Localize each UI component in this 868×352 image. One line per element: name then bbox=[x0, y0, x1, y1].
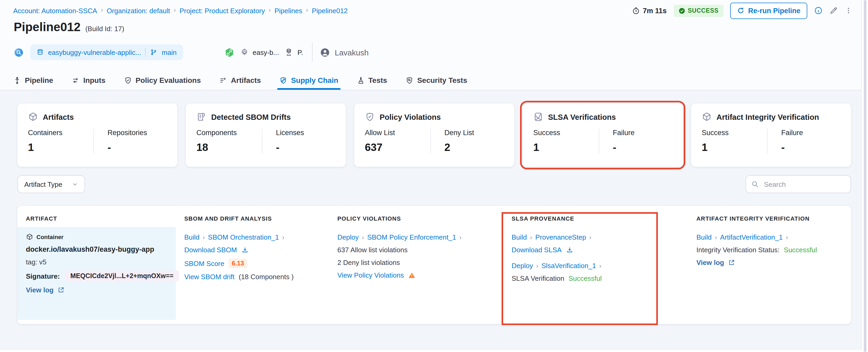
tab-label: Artifacts bbox=[231, 76, 261, 85]
slsa-verification-step-link[interactable]: SlsaVerification_1 bbox=[541, 262, 596, 270]
download-icon[interactable] bbox=[566, 246, 573, 254]
breadcrumb-pipeline012[interactable]: Pipeline012 bbox=[312, 7, 348, 14]
artifact-type-label: Artifact Type bbox=[24, 180, 62, 188]
artifact-name: docker.io/lavakush07/easy-buggy-app bbox=[26, 246, 154, 253]
card-title: SLSA Verifications bbox=[548, 113, 616, 121]
footer-strip bbox=[0, 350, 862, 352]
page-title: Pipeline012 bbox=[14, 20, 81, 34]
stat-value: 1 bbox=[702, 141, 767, 154]
edit-pencil-icon[interactable] bbox=[830, 6, 838, 15]
column-header-slsa: SLSA PROVENANCE bbox=[503, 214, 688, 227]
stat-value: - bbox=[613, 141, 634, 154]
chevron-right-icon: › bbox=[282, 233, 284, 241]
view-sbom-drift-link[interactable]: View SBOM drift bbox=[184, 273, 235, 281]
policy-cell: Deploy › SBOM Policy Enforcement_1 › 637… bbox=[329, 227, 503, 320]
sbom-cell: Build › SBOM Orchestration_1 › Download … bbox=[176, 227, 329, 320]
tab-artifacts[interactable]: Artifacts bbox=[219, 71, 261, 90]
tab-supply-chain[interactable]: Supply Chain bbox=[279, 71, 338, 90]
branch-name[interactable]: main bbox=[162, 48, 177, 56]
status-badge-label: SUCCESS bbox=[688, 7, 719, 14]
build-id: (Build Id: 17) bbox=[85, 25, 124, 33]
refresh-icon bbox=[737, 7, 744, 14]
deny-list-violations: 2 Deny list violations bbox=[337, 259, 400, 266]
artifact-view-log-link[interactable]: View log bbox=[26, 286, 64, 294]
external-link-icon bbox=[57, 287, 64, 293]
breadcrumb-project[interactable]: Project: Product Exploratory bbox=[180, 7, 265, 14]
chevron-right-icon: › bbox=[362, 233, 364, 241]
stat-value: 18 bbox=[196, 141, 261, 154]
breadcrumb-organization[interactable]: Organization: default bbox=[107, 7, 170, 14]
repository-icon bbox=[36, 49, 44, 56]
artifact-type-badge: Container bbox=[36, 234, 64, 240]
view-policy-violations-link[interactable]: View Policy Violations bbox=[337, 271, 404, 279]
infrastructure-icon bbox=[285, 48, 293, 57]
scrollbar-track bbox=[861, 0, 868, 352]
card-title: Artifacts bbox=[43, 113, 74, 121]
tab-label: Inputs bbox=[83, 76, 105, 85]
search-input[interactable] bbox=[763, 180, 858, 189]
breadcrumb-separator-icon: › bbox=[269, 6, 271, 14]
chevron-right-icon: › bbox=[459, 233, 461, 241]
download-sbom-link[interactable]: Download SBOM bbox=[184, 246, 237, 254]
stat-label: Repositories bbox=[107, 129, 147, 137]
repo-branch-pill[interactable]: easybuggy-vulnerable-applic... main bbox=[30, 44, 183, 60]
kebab-menu-icon[interactable] bbox=[845, 6, 852, 15]
duration: 7m 11s bbox=[632, 7, 666, 14]
integrity-stage-link[interactable]: Build bbox=[696, 233, 712, 241]
policy-stage-link[interactable]: Deploy bbox=[337, 233, 359, 241]
breadcrumb-separator-icon: › bbox=[306, 6, 308, 14]
sbom-step-link[interactable]: SBOM Orchestration_1 bbox=[208, 233, 279, 241]
integrity-view-log-link[interactable]: View log bbox=[696, 259, 735, 266]
external-link-icon bbox=[728, 259, 735, 266]
info-icon[interactable] bbox=[814, 6, 823, 15]
policy-step-link[interactable]: SBOM Policy Enforcement_1 bbox=[367, 233, 456, 241]
slsa-build-stage-link[interactable]: Build bbox=[512, 233, 527, 241]
download-icon[interactable] bbox=[241, 246, 248, 254]
slsa-cell: Build › ProvenanceStep › Download SLSA D… bbox=[503, 227, 688, 320]
supply-chain-shield-icon bbox=[279, 76, 287, 84]
scrollbar-thumb[interactable] bbox=[864, 0, 866, 352]
sbom-stage-link[interactable]: Build bbox=[184, 233, 199, 241]
stat-label: Deny List bbox=[444, 129, 474, 137]
slsa-verification-status: Successful bbox=[568, 275, 601, 282]
status-badge: SUCCESS bbox=[674, 4, 723, 17]
cube-icon bbox=[702, 112, 712, 122]
artifact-verification-step-link[interactable]: ArtifactVerification_1 bbox=[720, 233, 783, 241]
card-sbom-drifts: Detected SBOM Drifts Components18 Licens… bbox=[186, 103, 346, 167]
provenance-step-link[interactable]: ProvenanceStep bbox=[535, 233, 586, 241]
meta-divider bbox=[312, 43, 313, 62]
tab-security-tests[interactable]: Security Tests bbox=[405, 71, 467, 90]
download-slsa-link[interactable]: Download SLSA bbox=[512, 246, 561, 254]
chevron-right-icon: › bbox=[715, 233, 717, 241]
slsa-deploy-stage-link[interactable]: Deploy bbox=[512, 262, 533, 270]
chevron-right-icon: › bbox=[530, 233, 532, 241]
repo-name[interactable]: easybuggy-vulnerable-applic... bbox=[48, 48, 141, 56]
breadcrumb-account[interactable]: Account: Automation-SSCA bbox=[13, 7, 97, 14]
stat-value: - bbox=[781, 141, 803, 154]
inputs-icon bbox=[71, 76, 80, 84]
signature-value: MEQCICde2Vjl...L+2+mqnOXw== bbox=[65, 271, 179, 281]
breadcrumb-pipelines[interactable]: Pipelines bbox=[275, 7, 303, 14]
gear-icon bbox=[240, 48, 248, 57]
stat-value: 1 bbox=[533, 141, 598, 154]
column-header-artifact: ARTIFACT bbox=[18, 214, 176, 227]
stat-value: 637 bbox=[365, 141, 430, 154]
flask-icon bbox=[356, 76, 365, 84]
tab-policy-evaluations[interactable]: Policy Evaluations bbox=[124, 71, 200, 90]
warning-triangle-icon bbox=[408, 271, 415, 279]
card-policy-violations: Policy Violations Allow List637 Deny Lis… bbox=[354, 103, 514, 167]
rerun-pipeline-button[interactable]: Re-run Pipeline bbox=[730, 2, 807, 19]
tab-inputs[interactable]: Inputs bbox=[71, 71, 105, 90]
sbom-score-link[interactable]: SBOM Score bbox=[184, 259, 224, 267]
artifact-type-dropdown[interactable]: Artifact Type bbox=[18, 175, 85, 193]
card-slsa-verifications: SLSA Verifications Success1 Failure- bbox=[523, 103, 683, 167]
user-avatar-icon bbox=[320, 47, 330, 57]
tab-tests[interactable]: Tests bbox=[356, 71, 387, 90]
shield-check-icon bbox=[365, 112, 375, 122]
artifacts-list-icon bbox=[219, 76, 227, 84]
shield-check-icon bbox=[124, 76, 132, 84]
artifact-tag: tag: v5 bbox=[26, 258, 46, 266]
rerun-pipeline-label: Re-run Pipeline bbox=[748, 7, 800, 14]
artifact-cell: Container docker.io/lavakush07/easy-bugg… bbox=[18, 227, 176, 320]
tab-pipeline[interactable]: Pipeline bbox=[13, 71, 53, 90]
